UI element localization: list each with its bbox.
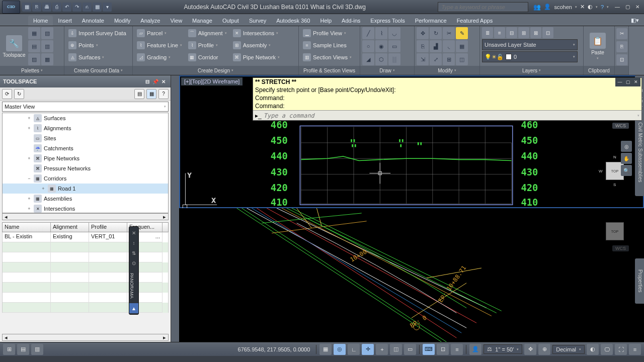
- layer-btn[interactable]: ⊠: [530, 27, 541, 38]
- palette-close-icon[interactable]: ✕: [129, 228, 138, 238]
- close-icon[interactable]: ✕: [633, 3, 642, 11]
- drawing-area[interactable]: [+][Top][2D Wireframe] 8+00.00 — ▢ ✕ ** …: [171, 75, 644, 342]
- sb-btn[interactable]: ▥: [31, 344, 43, 355]
- grid-row[interactable]: [2, 283, 169, 293]
- exchange-icon[interactable]: ✕: [580, 4, 585, 10]
- qat-btn[interactable]: ▦: [93, 3, 102, 12]
- customize-icon[interactable]: ≡: [629, 344, 641, 355]
- expand-icon[interactable]: +: [27, 196, 32, 201]
- close-icon[interactable]: ✕: [159, 77, 168, 85]
- toolspace-button[interactable]: 🔧 Toolspace: [2, 27, 26, 66]
- circle-icon[interactable]: ○: [362, 40, 374, 52]
- tab-analyze[interactable]: Analyze: [135, 16, 165, 26]
- grid-row[interactable]: BL - Existin Existing VERT_01 ...: [2, 232, 169, 242]
- sb-btn[interactable]: 🖵: [601, 344, 613, 355]
- nav-wheel-icon[interactable]: ◎: [621, 141, 632, 152]
- corridor-button[interactable]: ▦Corridor: [186, 51, 229, 63]
- dynamic-input-toggle[interactable]: ⌨: [423, 344, 435, 355]
- palette-expand-icon[interactable]: ▲: [129, 303, 138, 313]
- sb-toggle[interactable]: ⊡: [437, 344, 449, 355]
- tree-item[interactable]: +◬Surfaces: [3, 113, 168, 123]
- profileview-button[interactable]: ▁Profile View▾: [301, 27, 354, 39]
- tab-view[interactable]: View: [165, 16, 187, 26]
- profile-button[interactable]: ⌇Profile▾: [186, 39, 229, 51]
- copy-icon[interactable]: ⎘: [417, 40, 429, 52]
- layer-btn[interactable]: ⊡: [542, 27, 553, 38]
- ts-btn[interactable]: ▤: [134, 89, 144, 99]
- copy-clip-icon[interactable]: ⎘: [616, 41, 627, 52]
- sb-btn[interactable]: ⊞: [3, 344, 15, 355]
- plan-viewport[interactable]: 10+00 EP: 10+88.71 BP: 0: [179, 208, 644, 342]
- palette-btn[interactable]: ▨: [28, 53, 40, 65]
- grid-row[interactable]: [2, 262, 169, 273]
- layer-btn[interactable]: ⊟: [506, 27, 517, 38]
- tab-addins[interactable]: Add-ins: [337, 16, 365, 26]
- command-window[interactable]: — ▢ ✕ ** STRETCH ** Specify stretch poin…: [253, 77, 642, 121]
- col-alignment[interactable]: Alignment: [51, 223, 89, 232]
- view-filter-combo[interactable]: Master View▾: [2, 102, 169, 112]
- cmd-min-icon[interactable]: —: [616, 78, 623, 85]
- zoom-icon[interactable]: 🔍: [621, 165, 632, 176]
- polyline-icon[interactable]: ⌇: [375, 27, 387, 39]
- viewport-label[interactable]: [+][Top][2D Wireframe]: [181, 77, 243, 85]
- tab-performance[interactable]: Performance: [410, 16, 452, 26]
- help-search-input[interactable]: [438, 2, 528, 12]
- command-input[interactable]: [264, 112, 635, 119]
- pin-icon[interactable]: 📌: [151, 77, 159, 85]
- panel-label[interactable]: Layers▾: [480, 66, 583, 75]
- rect-icon[interactable]: ▭: [388, 40, 400, 52]
- tree-item[interactable]: +⌘Pipe Networks: [3, 153, 168, 163]
- col-name[interactable]: Name: [3, 223, 51, 232]
- tree-item[interactable]: −▦Corridors: [3, 173, 168, 184]
- expand-icon[interactable]: −: [27, 176, 32, 181]
- qat-open-icon[interactable]: ⎘: [32, 3, 41, 12]
- cmd-dropdown-icon[interactable]: ▾: [637, 114, 639, 118]
- user-icon[interactable]: 👤: [544, 4, 551, 10]
- profile-viewport[interactable]: [+][Top][2D Wireframe] 8+00.00 — ▢ ✕ ** …: [179, 75, 644, 208]
- tab-home[interactable]: Home: [28, 16, 53, 26]
- tab-express[interactable]: Express Tools: [365, 16, 410, 26]
- grid-row[interactable]: [2, 303, 169, 313]
- sb-toggle[interactable]: ▭: [404, 344, 416, 355]
- sb-btn[interactable]: ⊕: [538, 344, 550, 355]
- tree-item[interactable]: +▦Road 1: [3, 184, 168, 194]
- view-cube[interactable]: TOP: [600, 216, 630, 246]
- cmd-prompt-icon[interactable]: ▸_: [255, 112, 262, 119]
- grid-toggle[interactable]: ▦: [319, 344, 332, 355]
- panorama-strip[interactable]: ✕ ↕ ⇅ ⊙ PANORAMA ▲: [129, 226, 139, 315]
- refresh-icon[interactable]: ↻: [14, 89, 24, 99]
- expand-icon[interactable]: +: [27, 156, 32, 161]
- ts-btn[interactable]: ▦: [146, 89, 156, 99]
- cmd-close-icon[interactable]: ✕: [632, 78, 639, 85]
- tree-item[interactable]: +✕Intersections: [3, 204, 168, 213]
- panel-label[interactable]: Draw▾: [360, 66, 414, 75]
- autohide-icon[interactable]: ⊟: [143, 77, 151, 85]
- palette-btn[interactable]: ▩: [41, 53, 53, 65]
- tree-item[interactable]: ▭Sites: [3, 133, 168, 143]
- coordinates-readout[interactable]: 6765.9548, 217.9505, 0.0000: [235, 346, 313, 352]
- parcel-button[interactable]: ▱Parcel▾: [135, 27, 184, 39]
- units-combo[interactable]: Decimal▾: [552, 345, 585, 354]
- fillet-icon[interactable]: ◟: [443, 40, 455, 52]
- scale-icon[interactable]: ⤢: [430, 53, 442, 65]
- qat-btn[interactable]: ⎌: [83, 3, 92, 12]
- draw-icon[interactable]: ◢: [362, 53, 374, 65]
- qat-print-icon[interactable]: ⎙: [52, 3, 61, 12]
- polar-toggle[interactable]: ✛: [362, 344, 374, 355]
- panel-label[interactable]: Palettes▾: [0, 66, 64, 75]
- ribbon-minimize-icon[interactable]: ◧▾: [626, 15, 644, 26]
- qat-save-icon[interactable]: 🖶: [42, 3, 51, 12]
- qat-undo-icon[interactable]: ↶: [62, 3, 71, 12]
- lineweight-toggle[interactable]: ≡: [451, 344, 463, 355]
- sb-btn[interactable]: 👤: [469, 344, 481, 355]
- pan-icon[interactable]: ✋: [621, 153, 632, 164]
- prospector-tree[interactable]: +◬Surfaces+⌇Alignments▭Sites☔Catchments+…: [2, 113, 169, 213]
- array-icon[interactable]: ⊞: [443, 53, 455, 65]
- palette-btn[interactable]: ↕: [129, 238, 138, 248]
- modify-icon[interactable]: ▦: [456, 40, 468, 52]
- draw-icon[interactable]: ░: [388, 53, 400, 65]
- move-icon[interactable]: ✥: [417, 27, 429, 39]
- rotate-icon[interactable]: ↻: [430, 27, 442, 39]
- arc-icon[interactable]: ◡: [388, 27, 400, 39]
- app-logo[interactable]: C3D: [2, 1, 20, 14]
